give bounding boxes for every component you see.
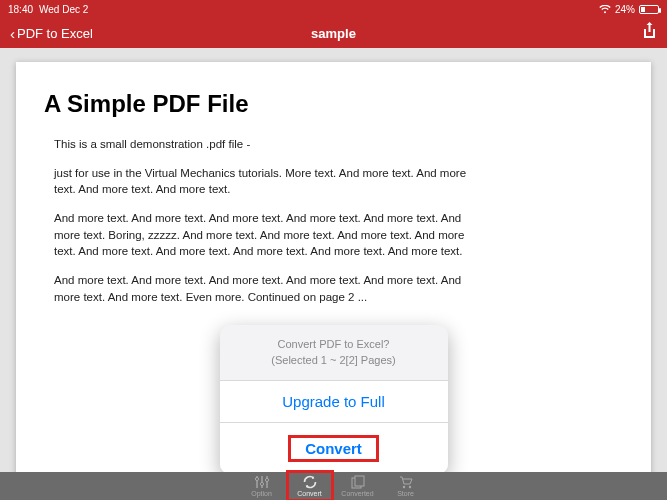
upgrade-button[interactable]: Upgrade to Full [220,380,448,422]
page-title: sample [0,26,667,41]
doc-heading: A Simple PDF File [44,90,623,118]
app-screen: 18:40 Wed Dec 2 24% ‹ PDF to Excel sampl… [0,0,667,500]
wifi-icon [599,5,611,14]
battery-icon [639,5,659,14]
popup-header: Convert PDF to Excel? (Selected 1 ~ 2[2]… [220,325,448,380]
tab-label: Convert [297,490,322,497]
tab-option[interactable]: Option [238,472,286,500]
tab-store[interactable]: Store [382,472,430,500]
status-date: Wed Dec 2 [39,4,88,15]
svg-point-6 [408,486,410,488]
cart-icon [398,475,414,489]
popup-title: Convert PDF to Excel? [230,337,438,352]
doc-paragraph: And more text. And more text. And more t… [54,210,474,260]
convert-popup: Convert PDF to Excel? (Selected 1 ~ 2[2]… [220,325,448,474]
svg-point-1 [260,482,263,485]
chevron-left-icon: ‹ [10,26,15,41]
doc-body: This is a small demonstration .pdf file … [44,136,474,305]
back-button[interactable]: ‹ PDF to Excel [10,26,93,41]
tab-label: Converted [341,490,373,497]
tab-convert[interactable]: Convert [286,472,334,500]
status-time: 18:40 [8,4,33,15]
status-bar: 18:40 Wed Dec 2 24% [0,0,667,18]
share-icon [642,22,657,40]
share-button[interactable] [642,22,657,44]
svg-point-2 [265,478,268,481]
svg-rect-4 [355,476,364,486]
upgrade-label: Upgrade to Full [282,393,385,410]
popup-subtitle: (Selected 1 ~ 2[2] Pages) [230,353,438,368]
doc-paragraph: just for use in the Virtual Mechanics tu… [54,165,474,198]
svg-point-0 [255,477,258,480]
files-icon [350,475,366,489]
convert-label: Convert [288,435,379,462]
refresh-icon [302,475,318,489]
nav-bar: ‹ PDF to Excel sample [0,18,667,48]
sliders-icon [254,475,270,489]
tab-bar: Option Convert Converted Store [0,472,667,500]
doc-paragraph: And more text. And more text. And more t… [54,272,474,305]
doc-paragraph: This is a small demonstration .pdf file … [54,136,474,153]
convert-button[interactable]: Convert [220,422,448,474]
svg-point-5 [402,486,404,488]
back-label: PDF to Excel [17,26,93,41]
battery-percent: 24% [615,4,635,15]
tab-label: Option [251,490,272,497]
tab-label: Store [397,490,414,497]
tab-converted[interactable]: Converted [334,472,382,500]
